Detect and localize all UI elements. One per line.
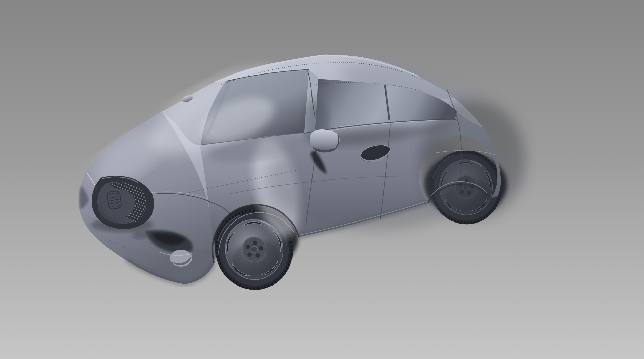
intake-smudge [132,231,150,239]
viewport[interactable] [0,0,644,359]
